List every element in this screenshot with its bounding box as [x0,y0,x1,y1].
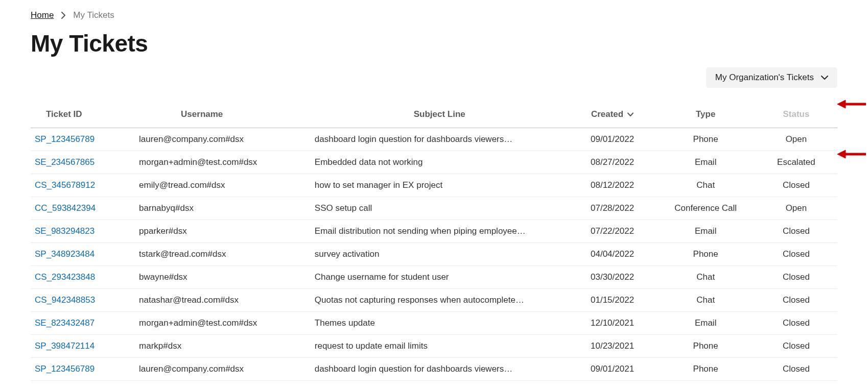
cell-username: barnabyq#dsx [135,197,311,220]
cell-username: morgan+admin@test.com#dsx [135,312,311,335]
cell-status: Open [755,197,837,220]
cell-type: Conference Call [656,197,755,220]
ticket-id-link[interactable]: SE_983294823 [35,226,95,236]
column-header-ticket-id[interactable]: Ticket ID [31,102,135,128]
ticket-id-link[interactable]: SE_234567865 [35,157,95,167]
table-row: CS_345678912emily@tread.com#dsxhow to se… [31,174,837,197]
breadcrumb: Home My Tickets [31,10,837,20]
ticket-id-link[interactable]: CS_345678912 [35,180,95,190]
column-header-created[interactable]: Created [569,102,656,128]
cell-subject: Embedded data not working [311,151,569,174]
cell-status: Closed [755,358,837,381]
cell-created: 03/30/2022 [569,266,656,289]
cell-username: emily@tread.com#dsx [135,174,311,197]
table-row: CS_293423848bwayne#dsxChange username fo… [31,266,837,289]
cell-username: markp#dsx [135,335,311,358]
arrow-left-icon [837,149,866,159]
cell-created: 07/22/2022 [569,220,656,243]
table-row: SP_348923484tstark@tread.com#dsxsurvey a… [31,243,837,266]
cell-type: Email [656,220,755,243]
table-row: SP_123456789lauren@company.com#dsxdashbo… [31,358,837,381]
breadcrumb-home-link[interactable]: Home [31,10,54,20]
cell-type: Phone [656,243,755,266]
cell-subject: dashboard login question for dashboards … [311,128,569,151]
chevron-down-icon [821,72,828,83]
cell-created: 10/23/2021 [569,335,656,358]
cell-type: Email [656,312,755,335]
cell-type: Phone [656,335,755,358]
cell-created: 08/27/2022 [569,151,656,174]
cell-status: Closed [755,335,837,358]
ticket-id-link[interactable]: SP_348923484 [35,249,95,259]
svg-marker-1 [837,100,846,108]
column-header-status[interactable]: Status [755,102,837,128]
ticket-id-link[interactable]: CS_293423848 [35,272,95,282]
cell-type: Chat [656,289,755,312]
cell-created: 01/15/2022 [569,289,656,312]
svg-marker-3 [837,150,846,158]
ticket-id-link[interactable]: SP_123456789 [35,134,95,144]
cell-type: Chat [656,174,755,197]
organization-filter-dropdown[interactable]: My Organization's Tickets [706,67,837,88]
cell-username: natashar@tread.com#dsx [135,289,311,312]
cell-username: bwayne#dsx [135,266,311,289]
cell-status: Escalated [755,151,837,174]
page-title: My Tickets [31,30,837,57]
cell-created: 09/01/2021 [569,358,656,381]
cell-status: Closed [755,174,837,197]
cell-status: Open [755,128,837,151]
cell-type: Phone [656,358,755,381]
cell-subject: request to update email limits [311,335,569,358]
cell-subject: Quotas not capturing responses when auto… [311,289,569,312]
chevron-down-icon [627,109,634,119]
cell-created: 09/01/2022 [569,128,656,151]
cell-created: 12/10/2021 [569,312,656,335]
cell-username: pparker#dsx [135,220,311,243]
cell-subject: Themes update [311,312,569,335]
column-header-username[interactable]: Username [135,102,311,128]
ticket-id-link[interactable]: SE_823432487 [35,318,95,328]
ticket-id-link[interactable]: CS_942348853 [35,295,95,305]
tickets-table: Ticket ID Username Subject Line Created [31,102,837,381]
column-header-type[interactable]: Type [656,102,755,128]
table-row: SE_234567865morgan+admin@test.com#dsxEmb… [31,151,837,174]
cell-status: Closed [755,243,837,266]
ticket-id-link[interactable]: SP_123456789 [35,364,95,374]
cell-subject: Email distribution not sending when pipi… [311,220,569,243]
column-header-subject[interactable]: Subject Line [311,102,569,128]
cell-created: 07/28/2022 [569,197,656,220]
cell-username: lauren@company.com#dsx [135,128,311,151]
cell-status: Closed [755,312,837,335]
cell-username: tstark@tread.com#dsx [135,243,311,266]
breadcrumb-current: My Tickets [73,10,114,20]
cell-created: 04/04/2022 [569,243,656,266]
table-row: SP_123456789lauren@company.com#dsxdashbo… [31,128,837,151]
cell-created: 08/12/2022 [569,174,656,197]
cell-type: Email [656,151,755,174]
chevron-right-icon [61,12,66,19]
cell-type: Phone [656,128,755,151]
organization-filter-label: My Organization's Tickets [715,72,814,83]
cell-subject: survey activation [311,243,569,266]
cell-subject: dashboard login question for dashboards … [311,358,569,381]
cell-subject: SSO setup call [311,197,569,220]
cell-subject: Change username for student user [311,266,569,289]
table-row: CS_942348853natashar@tread.com#dsxQuotas… [31,289,837,312]
arrow-left-icon [837,99,866,109]
ticket-id-link[interactable]: SP_398472114 [35,341,95,351]
cell-type: Chat [656,266,755,289]
cell-username: morgan+admin@test.com#dsx [135,151,311,174]
cell-username: lauren@company.com#dsx [135,358,311,381]
cell-status: Closed [755,220,837,243]
table-row: SE_983294823pparker#dsxEmail distributio… [31,220,837,243]
table-row: SP_398472114markp#dsxrequest to update e… [31,335,837,358]
table-row: SE_823432487morgan+admin@test.com#dsxThe… [31,312,837,335]
ticket-id-link[interactable]: CC_593842394 [35,203,96,213]
table-row: CC_593842394barnabyq#dsxSSO setup call07… [31,197,837,220]
cell-status: Closed [755,289,837,312]
cell-subject: how to set manager in EX project [311,174,569,197]
cell-status: Closed [755,266,837,289]
